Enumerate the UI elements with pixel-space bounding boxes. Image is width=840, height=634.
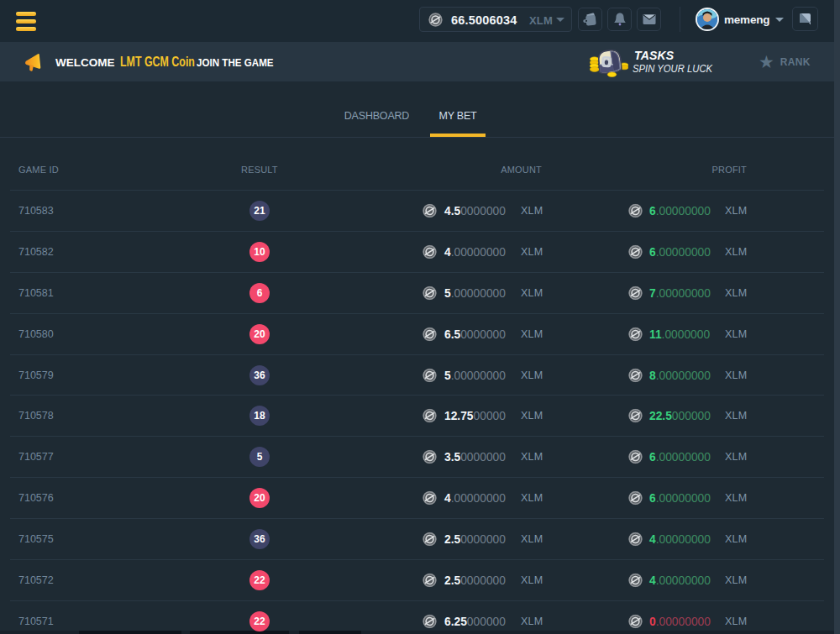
game-id: 710579 <box>18 369 54 381</box>
game-id: 710581 <box>18 287 54 299</box>
result-badge: 10 <box>249 242 270 262</box>
xlm-coin-icon <box>628 532 643 547</box>
amount-trailing-zeros: 0000000 <box>460 451 506 464</box>
game-id: 710583 <box>18 205 54 217</box>
amount-significant: 5 <box>444 369 451 381</box>
tasks-title: TASKS <box>634 49 674 62</box>
star-icon: ★ <box>759 53 774 71</box>
profit-trailing-zeros: .00000000 <box>656 204 711 217</box>
column-header-game-id: GAME ID <box>18 165 59 175</box>
profit-trailing-zeros: .0000000 <box>662 327 711 340</box>
avatar[interactable] <box>696 8 719 31</box>
xlm-coin-icon <box>628 614 643 628</box>
profit-currency: XLM <box>725 328 747 340</box>
bet-amount: 4.00000000 <box>444 245 506 258</box>
profit-significant: 4 <box>649 574 656 586</box>
profit-currency: XLM <box>725 246 747 258</box>
user-chevron-down-icon[interactable] <box>775 18 784 22</box>
amount-trailing-zeros: 000000 <box>467 615 506 627</box>
brand-name: LMT GCM Coin <box>120 54 195 71</box>
profit-currency: XLM <box>725 492 747 504</box>
chat-icon <box>798 12 812 26</box>
xlm-coin-icon <box>628 573 643 587</box>
result-badge: 21 <box>249 201 270 221</box>
profit-currency: XLM <box>725 533 747 545</box>
amount-trailing-zeros: 0000000 <box>460 204 506 217</box>
bet-row[interactable]: 710571 22 6.25000000 XLM 0.00000000 XLM <box>10 601 824 634</box>
bet-row[interactable]: 710576 20 4.00000000 XLM 6.00000000 XLM <box>10 478 824 519</box>
profit-currency: XLM <box>725 287 747 299</box>
amount-currency: XLM <box>521 616 543 627</box>
profit-trailing-zeros: .00000000 <box>656 492 711 505</box>
wallet-button[interactable] <box>578 8 602 31</box>
xlm-coin-icon <box>628 203 643 217</box>
username[interactable]: memeng <box>724 13 769 26</box>
game-id: 710580 <box>18 328 54 340</box>
bet-row[interactable]: 710581 6 5.00000000 XLM 7.00000000 XLM <box>10 273 824 314</box>
rank-widget[interactable]: ★ RANK <box>759 42 811 81</box>
profit-trailing-zeros: 000000 <box>672 410 711 422</box>
bet-amount: 2.50000000 <box>444 533 506 546</box>
bet-row[interactable]: 710583 21 4.50000000 XLM 6.00000000 XLM <box>10 191 824 232</box>
balance-dropdown[interactable]: 66.5006034 XLM <box>419 7 572 32</box>
xlm-coin-icon <box>423 614 437 628</box>
game-id: 710575 <box>18 533 54 545</box>
tasks-widget[interactable]: TASKS SPIN YOUR LUCK <box>586 42 721 81</box>
chevron-down-icon <box>556 18 564 22</box>
tab-dashboard[interactable]: DASHBOARD <box>336 110 417 124</box>
chat-button[interactable] <box>792 7 818 31</box>
bet-amount: 6.25000000 <box>444 615 506 627</box>
bet-profit: 22.5000000 <box>649 410 711 422</box>
card-edge <box>299 631 361 634</box>
profit-significant: 6 <box>649 245 656 258</box>
result-badge: 18 <box>249 406 270 426</box>
bet-profit: 4.00000000 <box>649 574 711 586</box>
amount-trailing-zeros: 0000000 <box>460 533 506 546</box>
bet-row[interactable]: 710578 18 12.7500000 XLM 22.5000000 XLM <box>10 396 824 437</box>
amount-currency: XLM <box>521 492 543 504</box>
announcement-message[interactable]: WELCOME LMT GCM Coin JOIN THE GAME <box>0 42 336 81</box>
xlm-coin-icon <box>423 491 437 506</box>
xlm-coin-icon <box>628 450 643 464</box>
xlm-coin-icon <box>423 368 437 382</box>
column-header-result: RESULT <box>241 165 278 175</box>
amount-trailing-zeros: 0000000 <box>460 574 506 586</box>
welcome-label: WELCOME <box>55 55 115 68</box>
bet-row[interactable]: 710580 20 6.50000000 XLM 11.0000000 XLM <box>10 314 824 355</box>
bet-row[interactable]: 710572 22 2.50000000 XLM 4.00000000 XLM <box>10 560 824 601</box>
bet-row[interactable]: 710577 5 3.50000000 XLM 6.00000000 XLM <box>10 437 824 478</box>
announcement-banner: WELCOME LMT GCM Coin JOIN THE GAME <box>0 42 840 81</box>
balance-value: 66.5006034 <box>451 13 517 27</box>
bet-profit: 6.00000000 <box>649 492 711 505</box>
card-edge <box>79 631 181 634</box>
tab-my-bet[interactable]: MY BET <box>430 110 486 124</box>
scrollbar[interactable] <box>834 0 840 634</box>
bet-amount: 5.00000000 <box>444 286 506 299</box>
amount-significant: 3.5 <box>444 451 460 464</box>
notifications-button[interactable] <box>607 8 632 31</box>
amount-trailing-zeros: 0000000 <box>460 327 506 340</box>
profit-significant: 7 <box>649 286 656 299</box>
wallet-icon <box>582 12 598 28</box>
amount-currency: XLM <box>521 328 543 340</box>
amount-trailing-zeros: .00000000 <box>451 369 506 381</box>
amount-significant: 6.5 <box>444 327 460 340</box>
xlm-coin-icon <box>628 491 643 506</box>
result-badge: 22 <box>249 570 270 590</box>
messages-button[interactable] <box>637 8 661 31</box>
menu-icon[interactable] <box>16 12 36 31</box>
amount-significant: 4.5 <box>444 204 460 217</box>
amount-significant: 5 <box>444 286 451 299</box>
bet-profit: 4.00000000 <box>649 533 711 546</box>
bet-row[interactable]: 710579 36 5.00000000 XLM 8.00000000 XLM <box>10 355 824 396</box>
profit-trailing-zeros: .00000000 <box>656 451 711 464</box>
xlm-coin-icon <box>428 13 443 27</box>
bet-row[interactable]: 710582 10 4.00000000 XLM 6.00000000 XLM <box>10 232 824 273</box>
profit-currency: XLM <box>725 369 747 381</box>
profit-trailing-zeros: .00000000 <box>656 574 711 586</box>
xlm-coin-icon <box>628 327 643 341</box>
xlm-coin-icon <box>423 573 437 587</box>
bet-row[interactable]: 710575 36 2.50000000 XLM 4.00000000 XLM <box>10 519 824 560</box>
amount-currency: XLM <box>521 205 543 217</box>
table-header: GAME ID RESULT AMOUNT PROFIT <box>10 138 824 191</box>
